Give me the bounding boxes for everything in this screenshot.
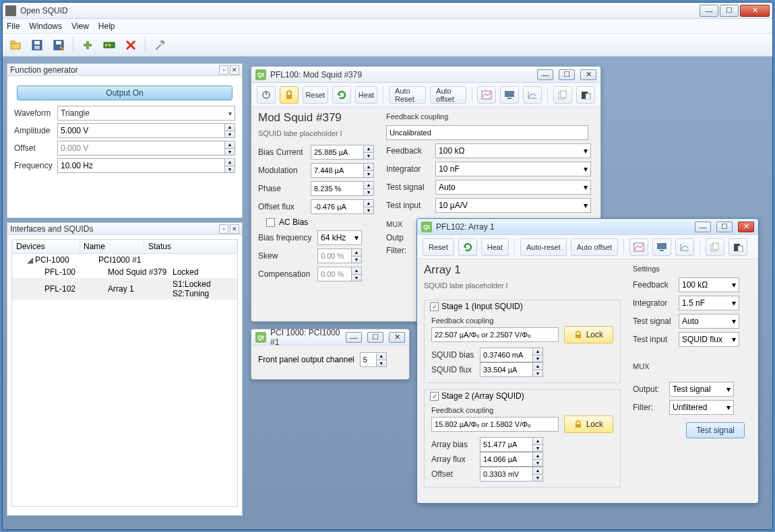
- tree-row[interactable]: PFL-102Array 1S1:Locked S2:Tuning: [12, 278, 237, 300]
- mux-output-combo[interactable]: Test signal▾: [669, 382, 734, 397]
- bias-current-spin[interactable]: 25.885 µA▲▼: [311, 145, 374, 160]
- s2-offset-spin[interactable]: 0.3303 mV▲▼: [480, 467, 543, 481]
- wrench-icon[interactable]: [151, 36, 168, 54]
- copy-icon[interactable]: [706, 238, 724, 256]
- auto-offset-button[interactable]: Auto offset: [430, 86, 466, 104]
- chart2-icon[interactable]: [675, 238, 694, 256]
- refresh-icon[interactable]: [332, 86, 351, 104]
- tree-row[interactable]: ◢ PCI-1000PCI1000 #1: [12, 254, 237, 266]
- minimize-button[interactable]: —: [700, 5, 718, 17]
- output-on-button[interactable]: Output On: [17, 86, 232, 100]
- feedback-combo[interactable]: 100 kΩ▾: [435, 143, 591, 158]
- squid-subtitle: SQUID labe placeholder l: [258, 129, 377, 137]
- s1-flux-spin[interactable]: 33.504 µA▲▼: [480, 362, 543, 377]
- menu-help[interactable]: Help: [98, 22, 115, 31]
- delete-icon[interactable]: [122, 36, 140, 54]
- p2-feedback-combo[interactable]: 100 kΩ▾: [679, 277, 739, 292]
- s2-lock-button[interactable]: Lock: [564, 415, 613, 433]
- sub-max-button[interactable]: ☐: [367, 332, 383, 343]
- offset-flux-spin[interactable]: -0.476 µA▲▼: [311, 199, 374, 214]
- funcgen-title: Function generator: [10, 65, 78, 75]
- monitor-icon[interactable]: [652, 238, 671, 256]
- offset-spin[interactable]: 0.000 V▲▼: [57, 141, 235, 156]
- tree-row[interactable]: PFL-100Mod Squid #379Locked: [12, 266, 237, 278]
- phase-spin[interactable]: 8.235 %▲▼: [311, 181, 374, 196]
- svg-rect-3: [34, 41, 40, 44]
- p2-testin-combo[interactable]: SQUID flux▾: [679, 332, 739, 347]
- sub-max-button[interactable]: ☐: [559, 69, 575, 80]
- auto-reset-button[interactable]: Auto Reset: [389, 86, 426, 104]
- test-signal-button[interactable]: Test signal: [686, 422, 745, 438]
- p2-testsig-combo[interactable]: Auto▾: [679, 314, 739, 329]
- s2-abias-spin[interactable]: 51.477 µA▲▼: [480, 437, 543, 452]
- pfl102-window: Qt PFL102: Array 1 — ☐ ✕ Reset Heat Auto…: [416, 218, 759, 504]
- auto-offset-button[interactable]: Auto offset: [571, 238, 618, 256]
- chart2-icon[interactable]: [523, 86, 542, 104]
- offset-label: Offset: [14, 143, 53, 153]
- menu-file[interactable]: File: [7, 22, 20, 31]
- close-button[interactable]: ✕: [740, 5, 770, 17]
- integrator-combo[interactable]: 10 nF▾: [435, 162, 591, 176]
- dock-float-button[interactable]: ▫: [219, 224, 228, 234]
- s2-aflux-spin[interactable]: 14.066 µA▲▼: [480, 452, 543, 467]
- sub-min-button[interactable]: —: [695, 222, 711, 232]
- save-icon[interactable]: [28, 36, 46, 54]
- heat-button[interactable]: Heat: [481, 238, 509, 256]
- auto-reset-button[interactable]: Auto-reset: [520, 238, 567, 256]
- paste-icon[interactable]: [576, 86, 595, 104]
- paste-icon[interactable]: [728, 238, 747, 256]
- svg-rect-11: [108, 44, 111, 46]
- channel-spin[interactable]: 5▲▼: [360, 352, 387, 367]
- save-as-icon[interactable]: [50, 36, 67, 54]
- frequency-spin[interactable]: 10.00 Hz▲▼: [57, 158, 235, 173]
- reset-button[interactable]: Reset: [423, 238, 454, 256]
- waveform-combo[interactable]: Triangle▾: [57, 106, 235, 121]
- dock-close-button[interactable]: ✕: [230, 65, 239, 75]
- monitor-icon[interactable]: [500, 86, 519, 104]
- s1-lock-button[interactable]: Lock: [564, 326, 613, 343]
- svg-rect-23: [657, 243, 666, 249]
- dock-float-button[interactable]: ▫: [219, 65, 228, 75]
- stage1-check[interactable]: ✓: [430, 302, 439, 311]
- comp-spin: 0.00 %▲▼: [317, 267, 362, 281]
- stage2-check[interactable]: ✓: [430, 392, 439, 401]
- p2-integrator-combo[interactable]: 1.5 nF▾: [679, 296, 739, 310]
- pci1000-window: Qt PCI 1000: PCI1000 #1 — ☐ ✕ Front pane…: [251, 329, 410, 380]
- add-icon[interactable]: [79, 36, 96, 54]
- chart1-icon[interactable]: [477, 86, 496, 104]
- fb-coupling-input[interactable]: [386, 125, 588, 140]
- dock-close-button[interactable]: ✕: [230, 224, 239, 234]
- hardware-icon[interactable]: [100, 36, 118, 54]
- ac-bias-check[interactable]: [266, 218, 275, 227]
- s1-bias-spin[interactable]: 0.37460 mA▲▼: [480, 347, 543, 362]
- power-icon[interactable]: [257, 86, 276, 104]
- sub-min-button[interactable]: —: [346, 332, 362, 343]
- svg-rect-21: [586, 94, 590, 100]
- chart1-icon[interactable]: [629, 238, 648, 256]
- s2-fbcoup-input[interactable]: [431, 417, 559, 432]
- sub-min-button[interactable]: —: [537, 69, 553, 80]
- reset-button[interactable]: Reset: [303, 86, 328, 104]
- open-icon[interactable]: [7, 36, 24, 54]
- sub-close-button[interactable]: ✕: [580, 69, 596, 80]
- mux-filter-combo[interactable]: Unfiltered▾: [669, 400, 734, 415]
- sub-close-button[interactable]: ✕: [738, 222, 754, 232]
- menu-view[interactable]: View: [71, 22, 89, 31]
- pci1000-title: PCI 1000: PCI1000 #1: [270, 328, 346, 347]
- modulation-spin[interactable]: 7.448 µA▲▼: [311, 163, 374, 178]
- testsig-combo[interactable]: Auto▾: [435, 180, 591, 195]
- tree-header: Devices Name Status: [12, 240, 237, 254]
- maximize-button[interactable]: ☐: [720, 5, 739, 17]
- sub-close-button[interactable]: ✕: [389, 332, 405, 343]
- lock-icon[interactable]: [280, 86, 299, 104]
- amplitude-spin[interactable]: 5.000 V▲▼: [57, 123, 235, 138]
- menu-windows[interactable]: Windows: [29, 22, 62, 31]
- expander-icon[interactable]: ◢: [27, 255, 35, 265]
- testin-combo[interactable]: 10 µA/V▾: [435, 198, 591, 213]
- device-tree[interactable]: Devices Name Status ◢ PCI-1000PCI1000 #1…: [11, 239, 238, 507]
- sub-max-button[interactable]: ☐: [716, 222, 733, 232]
- refresh-icon[interactable]: [458, 238, 477, 256]
- copy-icon[interactable]: [553, 86, 572, 104]
- s1-fbcoup-input[interactable]: [431, 327, 559, 342]
- heat-button[interactable]: Heat: [355, 86, 378, 104]
